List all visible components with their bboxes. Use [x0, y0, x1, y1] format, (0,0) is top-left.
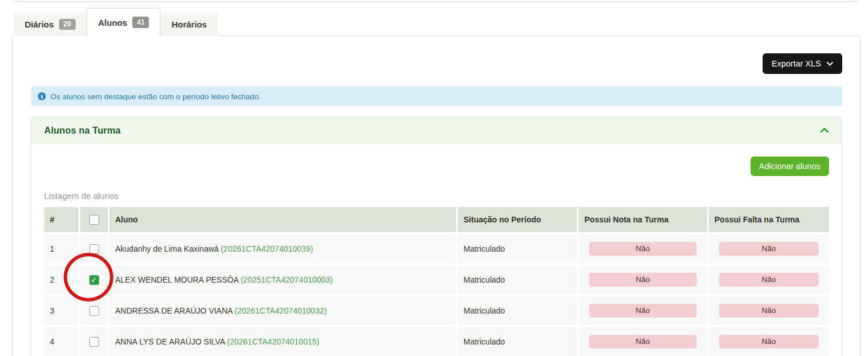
tab-content-panel: Exportar XLS i Os alunos sem destaque es…: [12, 36, 861, 356]
table-caption: Listagem de alunos: [44, 191, 829, 201]
student-code-link[interactable]: (20251CTA42074010003): [241, 275, 333, 284]
header-aluno: Aluno: [109, 207, 456, 232]
row-checkbox[interactable]: [89, 306, 99, 316]
nota-cell: Não: [579, 327, 707, 356]
tab-alunos-label: Alunos: [98, 18, 127, 28]
situacao-cell: Matriculado: [458, 296, 577, 325]
table-row: 4 ANNA LYS DE ARAÚJO SILVA (20261CTA4207…: [44, 327, 829, 356]
student-code-link[interactable]: (20261CTA42074010032): [235, 306, 327, 315]
box-body: Adicionar alunos Listagem de alunos # Al…: [32, 143, 842, 356]
falta-cell: Não: [709, 296, 829, 325]
nao-badge: Não: [589, 273, 697, 287]
row-checkbox[interactable]: [89, 337, 99, 347]
tab-alunos-count-badge: 41: [132, 17, 149, 28]
row-number: 2: [44, 265, 78, 294]
student-name: Akudanhy de Lima Kaxinawá: [115, 244, 219, 253]
chevron-up-icon[interactable]: [820, 127, 829, 133]
tab-horarios[interactable]: Horários: [160, 13, 218, 36]
nao-badge: Não: [589, 335, 697, 349]
falta-cell: Não: [709, 234, 829, 263]
row-checkbox[interactable]: [89, 275, 99, 285]
row-number: 3: [44, 296, 78, 325]
button-row: Adicionar alunos: [44, 157, 829, 176]
row-checkbox[interactable]: [89, 244, 99, 254]
tab-diarios-label: Diários: [25, 19, 54, 29]
header-situacao: Situação no Período: [458, 207, 577, 232]
falta-cell: Não: [709, 327, 829, 356]
nao-badge: Não: [719, 335, 819, 349]
page: Diários 20 Alunos 41 Horários Exportar X…: [0, 0, 868, 356]
student-table: # Aluno Situação no Período Possui Nota …: [42, 205, 831, 356]
header-num: #: [44, 207, 78, 232]
nota-cell: Não: [579, 234, 707, 263]
student-name: ANDRESSA DE ARAÚJO VIANA: [115, 306, 233, 315]
export-xls-button[interactable]: Exportar XLS: [763, 53, 842, 74]
row-number: 1: [44, 234, 78, 263]
student-code-link[interactable]: (20261CTA42074010039): [221, 244, 313, 253]
alunos-na-turma-box: Alunos na Turma Adicionar alunos Listage…: [31, 117, 842, 356]
falta-cell: Não: [709, 265, 829, 294]
row-number: 4: [44, 327, 78, 356]
alunos-na-turma-header[interactable]: Alunos na Turma: [32, 118, 842, 143]
student-code-link[interactable]: (20261CTA42074010015): [227, 337, 319, 346]
table-header-row: # Aluno Situação no Período Possui Nota …: [44, 207, 829, 232]
tab-alunos[interactable]: Alunos 41: [87, 8, 160, 36]
chevron-down-icon: [827, 62, 833, 66]
header-nota: Possui Nota na Turma: [579, 207, 707, 232]
situacao-cell: Matriculado: [458, 327, 577, 356]
nao-badge: Não: [719, 304, 819, 318]
box-title: Alunos na Turma: [44, 125, 121, 136]
collapsed-box-above-edge: [13, 0, 858, 2]
info-circle-icon: i: [38, 92, 46, 100]
toolbar: Exportar XLS: [13, 36, 860, 74]
nao-badge: Não: [589, 304, 697, 318]
nota-cell: Não: [579, 296, 707, 325]
situacao-cell: Matriculado: [458, 234, 577, 263]
student-table-body: 1 Akudanhy de Lima Kaxinawá (20261CTA420…: [44, 234, 829, 356]
header-select-all: [80, 207, 108, 232]
select-all-checkbox[interactable]: [89, 215, 99, 225]
student-name: ALEX WENDEL MOURA PESSÔA: [115, 275, 238, 284]
nao-badge: Não: [719, 242, 819, 256]
student-name: ANNA LYS DE ARAÚJO SILVA: [115, 337, 225, 346]
adicionar-alunos-button[interactable]: Adicionar alunos: [751, 157, 829, 176]
export-xls-label: Exportar XLS: [772, 59, 821, 68]
nota-cell: Não: [579, 265, 707, 294]
situacao-cell: Matriculado: [458, 265, 577, 294]
tab-diarios[interactable]: Diários 20: [14, 13, 87, 36]
info-alert: i Os alunos sem destaque estão com o per…: [31, 87, 842, 106]
table-row: 3 ANDRESSA DE ARAÚJO VIANA (20261CTA4207…: [44, 296, 829, 325]
header-falta: Possui Falta na Turma: [709, 207, 829, 232]
info-alert-text: Os alunos sem destaque estão com o perío…: [50, 92, 261, 101]
table-row: 1 Akudanhy de Lima Kaxinawá (20261CTA420…: [44, 234, 829, 263]
tab-horarios-label: Horários: [171, 19, 207, 29]
table-row: 2 ALEX WENDEL MOURA PESSÔA (20251CTA4207…: [44, 265, 829, 294]
tab-diarios-count-badge: 20: [59, 19, 76, 30]
nao-badge: Não: [719, 273, 819, 287]
nao-badge: Não: [589, 242, 697, 256]
tab-bar: Diários 20 Alunos 41 Horários: [14, 8, 218, 36]
